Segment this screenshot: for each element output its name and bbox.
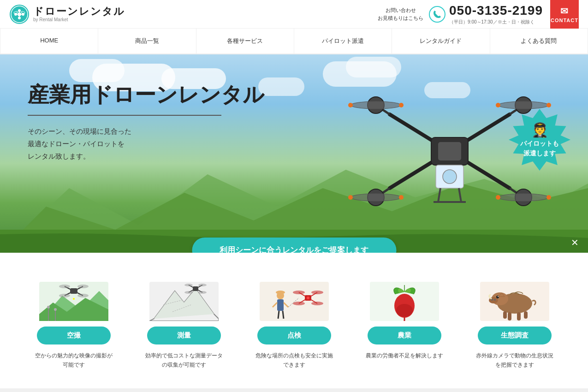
svg-point-73: [198, 291, 207, 294]
svg-point-6: [18, 9, 21, 12]
svg-point-58: [77, 285, 89, 288]
svg-point-92: [311, 302, 323, 305]
contact-button[interactable]: ✉ CONTACT: [550, 0, 579, 29]
inspection-label[interactable]: 点検: [257, 327, 331, 344]
aerial-icon-area: [37, 280, 111, 322]
svg-point-27: [498, 101, 549, 109]
phone-area: 050-3135-2199 （平日）9:00～17:30／※土・日・祝除く: [429, 3, 543, 25]
survey-desc: 効率的で低コストな測量データ の収集が可能です: [145, 351, 223, 370]
svg-point-90: [311, 291, 323, 294]
svg-point-59: [59, 294, 70, 297]
header-right: お問い合わせ お見積もりはこちら 050-3135-2199 （平日）9:00～…: [378, 0, 579, 29]
pilot-badge: 🧑‍✈️ パイロットも 派遣します: [509, 109, 570, 171]
agriculture-icon-area: [368, 280, 441, 322]
nav-products[interactable]: 商品一覧: [98, 29, 196, 53]
hero-cta-area: 利用シーンに合うレンタルをご提案します: [192, 238, 396, 253]
agriculture-desc: 農業の労働者不足を解決します: [366, 351, 443, 360]
svg-point-26: [350, 101, 401, 109]
cloud-2: [69, 59, 125, 82]
svg-point-71: [198, 284, 207, 286]
svg-point-107: [494, 299, 496, 301]
logo-area[interactable]: ドローンレンタル by Rental Market: [9, 4, 125, 24]
svg-point-8: [18, 12, 21, 16]
svg-point-89: [293, 291, 305, 294]
phone-icon: [429, 6, 445, 23]
svg-point-30: [348, 103, 353, 107]
svg-line-83: [283, 311, 284, 319]
svg-point-70: [184, 284, 193, 286]
hero-close-button[interactable]: ✕: [571, 237, 579, 248]
mail-icon: ✉: [560, 6, 569, 17]
hero-subtitle: そのシーン、その現場に見合った 最適なドローン・パイロットを レンタル致します。: [28, 125, 264, 162]
svg-rect-114: [524, 311, 528, 319]
logo-text: ドローンレンタル by Rental Market: [33, 6, 125, 22]
svg-point-62: [73, 298, 75, 300]
nav-services[interactable]: 各種サービス: [196, 29, 294, 53]
svg-rect-111: [508, 312, 511, 321]
services-section: 空撮 空からの魅力的な映像の撮影が 可能です: [0, 253, 588, 388]
svg-point-60: [77, 294, 89, 297]
survey-icon: [149, 282, 219, 321]
aerial-label[interactable]: 空撮: [37, 327, 111, 344]
svg-rect-113: [503, 311, 507, 319]
svg-rect-61: [70, 288, 77, 294]
service-survey: 測量 効率的で低コストな測量データ の収集が可能です: [129, 280, 239, 370]
ecology-icon-area: [478, 280, 552, 322]
svg-point-98: [396, 304, 413, 317]
svg-point-29: [498, 194, 549, 201]
service-inspection: 点検 危険な場所の点検も安全に実施 できます: [239, 280, 349, 370]
ecology-label[interactable]: 生態調査: [478, 327, 552, 344]
contact-info: お問い合わせ お見積もりはこちら: [378, 6, 423, 22]
phone-number: 050-3135-2199: [449, 3, 543, 18]
svg-rect-39: [438, 142, 461, 160]
logo-icon: [9, 4, 30, 24]
nav-home[interactable]: HOME: [0, 29, 98, 53]
hero-section: 産業用ドローンレンタル そのシーン、その現場に見合った 最適なドローン・パイロッ…: [0, 54, 588, 253]
bottom-cards: [0, 388, 588, 392]
svg-point-31: [399, 103, 404, 107]
inspection-desc: 危険な場所の点検も安全に実施 できます: [255, 351, 333, 370]
agriculture-icon: [370, 282, 439, 321]
pilot-figure-icon: 🧑‍✈️: [531, 122, 548, 138]
nav-pilot[interactable]: パイロット派遣: [294, 29, 392, 53]
svg-point-35: [399, 195, 404, 200]
svg-rect-112: [517, 312, 521, 321]
svg-line-42: [438, 188, 440, 202]
service-aerial: 空撮 空からの魅力的な映像の撮影が 可能です: [18, 280, 129, 370]
phone-hours: （平日）9:00～17:30／※土・日・祝除く: [449, 19, 543, 25]
svg-point-72: [184, 291, 193, 294]
ecology-desc: 赤外線カメラで動物の生息状況 を把握できます: [476, 351, 553, 370]
svg-point-50: [47, 306, 50, 309]
svg-line-82: [278, 311, 279, 319]
aerial-icon: [39, 282, 108, 321]
svg-point-57: [59, 285, 70, 288]
cloud-4: [258, 77, 304, 96]
survey-label[interactable]: 測量: [147, 327, 221, 344]
svg-rect-77: [260, 282, 329, 321]
main-nav: HOME 商品一覧 各種サービス パイロット派遣 レンタルガイド よくある質問: [0, 29, 588, 54]
svg-line-43: [459, 188, 461, 202]
hero-divider: [28, 115, 221, 116]
service-agriculture: 農業 農業の労働者不足を解決します: [349, 280, 459, 370]
svg-point-7: [18, 17, 21, 19]
ecology-icon: [480, 282, 549, 321]
nav-guide[interactable]: レンタルガイド: [392, 29, 490, 53]
survey-icon-area: [147, 280, 221, 322]
svg-point-37: [496, 195, 500, 200]
svg-point-32: [546, 103, 551, 107]
inspection-icon: [260, 282, 329, 321]
nav-faq[interactable]: よくある質問: [490, 29, 588, 53]
hero-cta-button[interactable]: 利用シーンに合うレンタルをご提案します: [192, 238, 396, 253]
agriculture-label[interactable]: 農業: [368, 327, 441, 344]
inspection-icon-area: [257, 280, 331, 322]
svg-point-91: [293, 302, 305, 305]
site-header: ドローンレンタル by Rental Market お問い合わせ お見積もりはこ…: [0, 0, 588, 29]
hero-title: 産業用ドローンレンタル: [28, 82, 264, 107]
svg-rect-74: [193, 286, 198, 291]
cloud-6: [346, 57, 401, 77]
svg-point-34: [348, 195, 353, 200]
svg-rect-79: [277, 299, 284, 311]
svg-point-33: [496, 103, 500, 107]
hero-text-area: 産業用ドローンレンタル そのシーン、その現場に見合った 最適なドローン・パイロッ…: [28, 82, 264, 162]
svg-point-84: [276, 291, 285, 294]
